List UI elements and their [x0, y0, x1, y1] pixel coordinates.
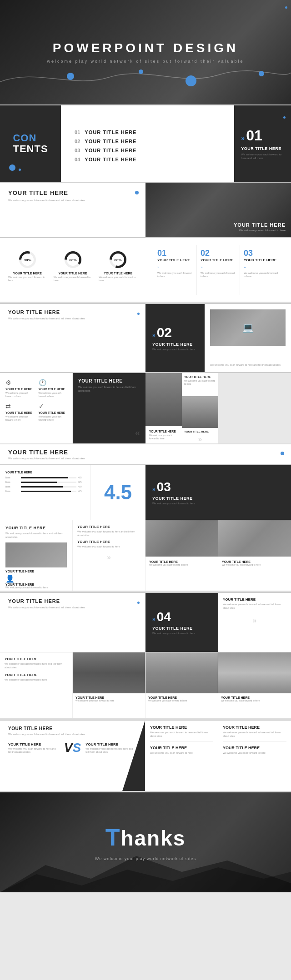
vs-r2-title: YOUR TITLE HERE — [223, 725, 286, 730]
contents-text-3: YOUR TITLE HERE — [85, 148, 136, 153]
vs-dark-triangle — [122, 721, 145, 791]
photos4-col1-sub2: We welcome you each forward to here — [5, 678, 68, 682]
num-col-2-num: 02 — [201, 249, 236, 258]
photos-left-2nd-title: YOUR TITLE HERE — [5, 583, 67, 586]
section-dark-photo: YOUR TITLE HERE We welcome you each forw… — [146, 183, 291, 237]
dark-panel-title: YOUR TITLE HERE — [78, 378, 140, 383]
photo-right-1-sub: We welcome you each forward to here — [149, 563, 215, 567]
photo-col-1-top — [146, 373, 182, 426]
vs-r2-divider — [223, 741, 286, 742]
vs-right-title: YOUR TITLE HERE — [85, 742, 137, 746]
photos4-col3-text: YOUR TITLE HERE We welcome you each forw… — [146, 693, 218, 718]
donut-60: 60% YOUR TITLE HERE We welcome you each … — [54, 249, 92, 282]
bar-2-label: Item — [5, 481, 19, 483]
section02-dark-sub: We welcome you each forward to here — [152, 348, 195, 352]
section04-dark-sub: We welcome you each forward to here — [152, 632, 195, 636]
photo-col-1-text — [161, 398, 166, 402]
thanks-slide: Thanks We welcome your play world networ… — [0, 792, 291, 892]
contents-big-sub: We welcome you each forward to here and … — [241, 153, 284, 160]
photos4-col3-sub: We welcome you each forward to here — [148, 699, 215, 702]
bar-4-label: Item — [5, 490, 19, 492]
section-blue-dot — [135, 188, 139, 196]
photo-right-2-text: YOUR TITLE HERE We welcome you each forw… — [218, 557, 291, 591]
num-col-3-title: YOUR TITLE HERE — [244, 258, 279, 262]
row-photos-3col: YOUR TITLE HERE We welcome you each forw… — [0, 520, 291, 591]
vs-right-panel2: YOUR TITLE HERE We welcome you each forw… — [218, 721, 291, 791]
bar-3-track — [21, 486, 76, 488]
section04-arrow: » — [152, 616, 156, 622]
section02-sub: We welcome you each forward to here and … — [8, 317, 137, 320]
donut-80-sub: We welcome you each forward to here — [99, 276, 137, 282]
photo-col-2-bottom-title: YOUR TITLE HERE — [184, 430, 216, 433]
photos4-col1: YOUR TITLE HERE We welcome you each forw… — [0, 652, 73, 718]
contents-item-4: 04 YOUR TITLE HERE — [75, 157, 225, 162]
full-title-dot — [281, 449, 284, 457]
svg-text:60%: 60% — [69, 258, 76, 262]
row-title-section: YOUR TITLE HERE We welcome you each forw… — [0, 182, 291, 237]
photos4-col4-title: YOUR TITLE HERE — [221, 696, 288, 699]
section04-sub: We welcome you each forward to here and … — [8, 606, 137, 609]
photo-col-2-top: YOUR TITLE HERE We welcome you each forw… — [182, 373, 218, 396]
hero-subtitle: welcome play world network of sites put … — [47, 59, 244, 64]
vs-r1-title2: YOUR TITLE HERE — [150, 746, 213, 750]
section-dark-sub: We welcome you each forward to here — [151, 229, 286, 232]
photo-right-1-text: YOUR TITLE HERE We welcome you each forw… — [146, 557, 218, 591]
section04-num: 04 — [157, 610, 171, 624]
photos4-col4-text: YOUR TITLE HERE We welcome you each forw… — [218, 693, 291, 718]
icon-2-title: YOUR TITLE HERE — [39, 388, 67, 391]
section04-title-panel: YOUR TITLE HERE We welcome you each forw… — [0, 593, 146, 652]
icon-item-3: ⇄ YOUR TITLE HERE We welcome you each fo… — [5, 402, 34, 421]
svg-point-3 — [259, 71, 264, 76]
section04-arrow-dec: » — [223, 617, 286, 625]
svg-point-1 — [139, 70, 143, 74]
donut-60-sub: We welcome you each forward to here — [54, 276, 92, 282]
icon-1-title: YOUR TITLE HERE — [5, 388, 34, 391]
row-icons: ⚙ YOUR TITLE HERE We welcome you each fo… — [0, 372, 291, 443]
dark-panel-sub: We welcome you each forward to here and … — [78, 386, 140, 393]
photos-left-title: YOUR TITLE HERE — [5, 526, 67, 530]
donut-30: 30% YOUR TITLE HERE We welcome you each … — [8, 249, 47, 282]
thanks-hanks: hanks — [120, 826, 186, 850]
svg-text:30%: 30% — [24, 258, 31, 262]
photos4-col4-photo — [218, 652, 291, 693]
photo-col-1-sub: We welcome you each forward to here — [149, 434, 178, 440]
bar-1-val: 4.5 — [78, 476, 85, 479]
photos-left-2nd-sub: We welcome you each forward to here — [5, 586, 67, 589]
icon-item-4: ✓ YOUR TITLE HERE We welcome you each fo… — [39, 402, 67, 421]
contents-num-1: 01 — [75, 129, 80, 135]
icons-row-dot — [285, 2, 287, 10]
vs-right: YOUR TITLE HERE We welcome you each forw… — [85, 742, 137, 754]
photo-col-2-bottom-text: YOUR TITLE HERE — [182, 428, 218, 435]
row-section02: YOUR TITLE HERE We welcome you each forw… — [0, 303, 291, 372]
photo-right-2-title: YOUR TITLE HERE — [222, 560, 287, 563]
photos-right-col1: YOUR TITLE HERE We welcome you each forw… — [146, 520, 218, 591]
full-title-text: YOUR TITLE HERE — [8, 449, 283, 456]
bar-4-val: 4.5 — [78, 490, 85, 492]
photos4-col1-title2: YOUR TITLE HERE — [5, 673, 68, 677]
icon-4-sub: We welcome you each forward to here — [39, 415, 67, 421]
vs-panel: YOUR TITLE HERE We welcome you each forw… — [0, 721, 146, 791]
bar-3-fill — [21, 486, 63, 488]
contents-dot — [9, 164, 21, 173]
section02-num: 02 — [157, 325, 172, 340]
section-main-sub: We welcome you each forward to here and … — [8, 199, 137, 203]
photos4-col4: YOUR TITLE HERE We welcome you each forw… — [218, 652, 291, 718]
photo-right-1-title: YOUR TITLE HERE — [149, 560, 215, 563]
section03-title: YOUR TITLE HERE — [152, 496, 193, 501]
photos4-col3: YOUR TITLE HERE We welcome you each forw… — [146, 652, 218, 718]
photos-left-photo-title: YOUR TITLE HERE — [5, 570, 67, 573]
donut-60-svg: 60% — [63, 249, 83, 270]
icon-3-sub: We welcome you each forward to here — [5, 415, 34, 421]
section04-dot — [137, 597, 140, 606]
icon-4-title: YOUR TITLE HERE — [39, 411, 67, 414]
bar-2-val: 3.5 — [78, 481, 85, 483]
section02-dark: » 02 YOUR TITLE HERE We welcome you each… — [146, 304, 205, 372]
photo-col-2-photo — [182, 396, 218, 428]
bar-row-2: Item 3.5 — [5, 481, 85, 483]
section03-num: 03 — [157, 480, 171, 494]
donut-30-svg: 30% — [17, 249, 38, 270]
photos-mid-sub: We welcome you each forward to here and … — [77, 530, 140, 537]
big-score-panel: 4.5 — [91, 465, 146, 520]
vs-r1-sub2: We welcome you each forward to here — [150, 751, 213, 755]
contents-row: CONTENTS 01 YOUR TITLE HERE 02 YOUR TITL… — [0, 104, 291, 182]
